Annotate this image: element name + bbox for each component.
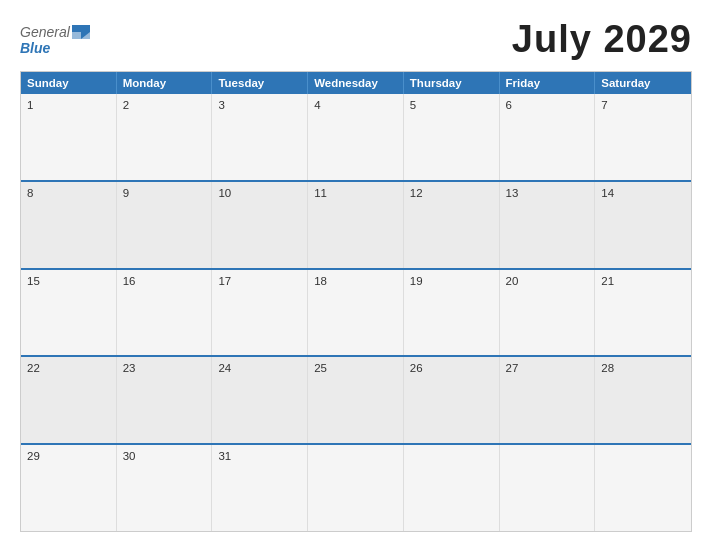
day-number: 19 bbox=[410, 275, 423, 287]
day-number: 8 bbox=[27, 187, 33, 199]
cal-cell-2-4: 11 bbox=[308, 182, 404, 268]
page: General Blue July 2029 Sunday Monday Tue… bbox=[0, 0, 712, 550]
calendar-week-5: 293031 bbox=[21, 443, 691, 531]
day-number: 5 bbox=[410, 99, 416, 111]
col-wednesday: Wednesday bbox=[308, 72, 404, 94]
day-number: 20 bbox=[506, 275, 519, 287]
calendar-body: 1234567891011121314151617181920212223242… bbox=[21, 94, 691, 531]
day-number: 2 bbox=[123, 99, 129, 111]
cal-cell-4-1: 22 bbox=[21, 357, 117, 443]
day-number: 9 bbox=[123, 187, 129, 199]
day-number: 16 bbox=[123, 275, 136, 287]
col-sunday: Sunday bbox=[21, 72, 117, 94]
cal-cell-3-4: 18 bbox=[308, 270, 404, 356]
col-monday: Monday bbox=[117, 72, 213, 94]
cal-cell-4-7: 28 bbox=[595, 357, 691, 443]
calendar-header-row: Sunday Monday Tuesday Wednesday Thursday… bbox=[21, 72, 691, 94]
cal-cell-2-1: 8 bbox=[21, 182, 117, 268]
day-number: 24 bbox=[218, 362, 231, 374]
cal-cell-3-3: 17 bbox=[212, 270, 308, 356]
day-number: 27 bbox=[506, 362, 519, 374]
day-number: 23 bbox=[123, 362, 136, 374]
day-number: 12 bbox=[410, 187, 423, 199]
cal-cell-2-2: 9 bbox=[117, 182, 213, 268]
logo-general-text: General bbox=[20, 24, 70, 40]
day-number: 10 bbox=[218, 187, 231, 199]
cal-cell-3-6: 20 bbox=[500, 270, 596, 356]
col-saturday: Saturday bbox=[595, 72, 691, 94]
calendar-week-1: 1234567 bbox=[21, 94, 691, 180]
cal-cell-3-1: 15 bbox=[21, 270, 117, 356]
col-tuesday: Tuesday bbox=[212, 72, 308, 94]
day-number: 3 bbox=[218, 99, 224, 111]
calendar-week-3: 15161718192021 bbox=[21, 268, 691, 356]
cal-cell-1-6: 6 bbox=[500, 94, 596, 180]
day-number: 22 bbox=[27, 362, 40, 374]
cal-cell-4-2: 23 bbox=[117, 357, 213, 443]
cal-cell-4-6: 27 bbox=[500, 357, 596, 443]
day-number: 4 bbox=[314, 99, 320, 111]
day-number: 15 bbox=[27, 275, 40, 287]
cal-cell-4-5: 26 bbox=[404, 357, 500, 443]
cal-cell-3-5: 19 bbox=[404, 270, 500, 356]
cal-cell-2-3: 10 bbox=[212, 182, 308, 268]
cal-cell-4-4: 25 bbox=[308, 357, 404, 443]
day-number: 13 bbox=[506, 187, 519, 199]
cal-cell-1-3: 3 bbox=[212, 94, 308, 180]
cal-cell-5-4 bbox=[308, 445, 404, 531]
day-number: 11 bbox=[314, 187, 327, 199]
col-thursday: Thursday bbox=[404, 72, 500, 94]
header: General Blue July 2029 bbox=[20, 18, 692, 61]
day-number: 31 bbox=[218, 450, 231, 462]
cal-cell-1-5: 5 bbox=[404, 94, 500, 180]
cal-cell-1-1: 1 bbox=[21, 94, 117, 180]
day-number: 30 bbox=[123, 450, 136, 462]
cal-cell-5-3: 31 bbox=[212, 445, 308, 531]
cal-cell-5-6 bbox=[500, 445, 596, 531]
cal-cell-1-4: 4 bbox=[308, 94, 404, 180]
col-friday: Friday bbox=[500, 72, 596, 94]
day-number: 1 bbox=[27, 99, 33, 111]
day-number: 17 bbox=[218, 275, 231, 287]
cal-cell-5-7 bbox=[595, 445, 691, 531]
logo-flag-icon bbox=[72, 25, 90, 39]
cal-cell-1-2: 2 bbox=[117, 94, 213, 180]
calendar: Sunday Monday Tuesday Wednesday Thursday… bbox=[20, 71, 692, 532]
calendar-week-4: 22232425262728 bbox=[21, 355, 691, 443]
cal-cell-5-1: 29 bbox=[21, 445, 117, 531]
cal-cell-2-7: 14 bbox=[595, 182, 691, 268]
cal-cell-3-2: 16 bbox=[117, 270, 213, 356]
month-title: July 2029 bbox=[512, 18, 692, 61]
cal-cell-2-6: 13 bbox=[500, 182, 596, 268]
day-number: 25 bbox=[314, 362, 327, 374]
calendar-week-2: 891011121314 bbox=[21, 180, 691, 268]
logo: General Blue bbox=[20, 24, 90, 56]
day-number: 14 bbox=[601, 187, 614, 199]
day-number: 7 bbox=[601, 99, 607, 111]
cal-cell-5-5 bbox=[404, 445, 500, 531]
day-number: 26 bbox=[410, 362, 423, 374]
cal-cell-1-7: 7 bbox=[595, 94, 691, 180]
day-number: 6 bbox=[506, 99, 512, 111]
day-number: 21 bbox=[601, 275, 614, 287]
cal-cell-4-3: 24 bbox=[212, 357, 308, 443]
logo-blue-text: Blue bbox=[20, 40, 50, 56]
cal-cell-5-2: 30 bbox=[117, 445, 213, 531]
cal-cell-2-5: 12 bbox=[404, 182, 500, 268]
day-number: 29 bbox=[27, 450, 40, 462]
day-number: 28 bbox=[601, 362, 614, 374]
cal-cell-3-7: 21 bbox=[595, 270, 691, 356]
day-number: 18 bbox=[314, 275, 327, 287]
